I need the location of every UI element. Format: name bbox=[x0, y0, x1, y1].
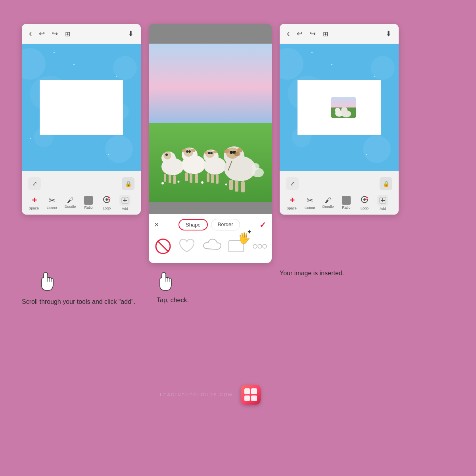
expand-button[interactable]: ⤢ bbox=[28, 177, 41, 190]
svg-rect-31 bbox=[216, 174, 219, 184]
right-logo-label: Logo bbox=[361, 206, 369, 210]
captions-row: Scroll through your tools and click "add… bbox=[16, 269, 405, 306]
svg-point-63 bbox=[366, 198, 368, 200]
app-icon bbox=[241, 385, 261, 405]
add-icon-box bbox=[119, 195, 131, 206]
tool-add[interactable]: Add bbox=[118, 195, 132, 211]
shape-close-button[interactable]: × bbox=[154, 220, 159, 229]
right-cutout-icon: ✂ bbox=[307, 196, 313, 205]
right-tool-logo[interactable]: Logo bbox=[357, 195, 372, 210]
check-button[interactable]: ✓ bbox=[259, 220, 266, 230]
thumb-grass bbox=[331, 107, 356, 118]
tool-cutout[interactable]: ✂ Cutout bbox=[45, 196, 59, 210]
shape-heart[interactable] bbox=[178, 237, 196, 256]
sheep-thumbnail bbox=[331, 97, 356, 118]
logo-icon bbox=[102, 195, 111, 205]
right-toolbar: ‹ ↩ ↪ ⊞ ⬇ bbox=[280, 24, 399, 44]
app-icon-cell-3 bbox=[244, 395, 250, 401]
right-expand-button[interactable]: ⤢ bbox=[286, 177, 299, 190]
ratio-label: Ratio bbox=[84, 205, 92, 209]
add-label: Add bbox=[122, 207, 128, 211]
svg-point-26 bbox=[208, 152, 210, 154]
svg-point-50 bbox=[225, 184, 227, 186]
svg-point-62 bbox=[363, 198, 366, 201]
svg-rect-30 bbox=[211, 174, 214, 183]
right-tool-space[interactable]: + Space bbox=[284, 195, 299, 210]
right-logo-icon bbox=[360, 195, 369, 205]
shape-options: ✦ 🖐 bbox=[154, 234, 266, 258]
right-doodle-label: Doodle bbox=[322, 205, 334, 209]
lock-icon: 🔒 bbox=[125, 180, 132, 187]
shape-cloud[interactable] bbox=[202, 237, 221, 256]
svg-rect-11 bbox=[173, 175, 176, 184]
right-canvas bbox=[280, 44, 399, 171]
right-plus-icon: + bbox=[290, 195, 295, 205]
tool-ratio[interactable]: Ratio bbox=[81, 196, 96, 209]
download-icon[interactable]: ⬇ bbox=[128, 29, 134, 38]
left-bottom-bar: ⤢ 🔒 + Space ✂ Cutout bbox=[22, 171, 141, 215]
right-tool-cutout[interactable]: ✂ Cutout bbox=[303, 196, 317, 210]
right-lock-button[interactable]: 🔒 bbox=[380, 177, 392, 190]
svg-point-17 bbox=[188, 150, 191, 153]
left-canvas bbox=[22, 44, 141, 171]
right-undo-icon[interactable]: ↩ bbox=[297, 29, 303, 38]
gray-bottom-bar bbox=[149, 202, 272, 214]
right-bottom-bar: ⤢ 🔒 + Space ✂ Cutout bbox=[280, 171, 399, 215]
tab-shape[interactable]: Shape bbox=[178, 219, 208, 230]
right-expand-lock-row: ⤢ 🔒 bbox=[283, 175, 395, 192]
svg-point-1 bbox=[106, 198, 108, 201]
right-back-icon[interactable]: ‹ bbox=[287, 29, 290, 39]
svg-rect-42 bbox=[241, 181, 245, 192]
svg-rect-43 bbox=[229, 180, 233, 190]
doodle-label: Doodle bbox=[65, 205, 76, 209]
svg-point-54 bbox=[253, 244, 257, 248]
doodle-icon: 🖌 bbox=[67, 197, 73, 204]
right-ratio-icon bbox=[342, 196, 351, 205]
tab-border[interactable]: Border bbox=[211, 219, 240, 230]
svg-line-52 bbox=[157, 241, 169, 252]
right-tool-doodle[interactable]: 🖌 Doodle bbox=[321, 197, 335, 209]
plus-icon: + bbox=[32, 195, 37, 205]
svg-point-48 bbox=[178, 181, 180, 183]
app-icon-cell-1 bbox=[244, 388, 250, 394]
svg-rect-41 bbox=[235, 180, 238, 192]
left-caption-area: Scroll through your tools and click "add… bbox=[22, 269, 141, 306]
right-download-icon[interactable]: ⬇ bbox=[386, 29, 392, 38]
canvas-white-area bbox=[40, 80, 123, 135]
right-ratio-label: Ratio bbox=[342, 205, 350, 209]
gray-top-bar bbox=[149, 24, 272, 44]
right-layers-icon[interactable]: ⊞ bbox=[323, 30, 328, 38]
back-icon[interactable]: ‹ bbox=[29, 29, 32, 39]
right-lock-icon: 🔒 bbox=[383, 180, 390, 187]
svg-rect-32 bbox=[207, 173, 209, 182]
redo-icon[interactable]: ↪ bbox=[52, 29, 58, 38]
tool-doodle[interactable]: 🖌 Doodle bbox=[63, 197, 77, 209]
left-toolbar: ‹ ↩ ↪ ⊞ ⬇ bbox=[22, 24, 141, 44]
shape-rectangle[interactable]: ✦ 🖐 bbox=[227, 237, 245, 256]
right-tool-add[interactable]: Add bbox=[376, 195, 390, 211]
sheep-image bbox=[149, 44, 272, 202]
right-redo-icon[interactable]: ↪ bbox=[310, 29, 316, 38]
right-tools-row: + Space ✂ Cutout 🖌 Doodle Ratio bbox=[283, 192, 395, 212]
tool-space[interactable]: + Space bbox=[27, 195, 41, 210]
cutout-icon: ✂ bbox=[49, 196, 56, 205]
left-caption-text: Scroll through your tools and click "add… bbox=[22, 297, 141, 306]
sheep-container bbox=[149, 115, 272, 194]
layers-icon[interactable]: ⊞ bbox=[65, 30, 70, 38]
right-add-icon-box bbox=[377, 195, 388, 206]
main-container: ‹ ↩ ↪ ⊞ ⬇ bbox=[0, 0, 420, 420]
screens-row: ‹ ↩ ↪ ⊞ ⬇ bbox=[16, 24, 405, 263]
tool-logo[interactable]: Logo bbox=[100, 195, 114, 210]
thumb-sky bbox=[331, 97, 356, 107]
shape-dots[interactable] bbox=[251, 237, 269, 256]
right-tool-ratio[interactable]: Ratio bbox=[339, 196, 353, 209]
svg-rect-21 bbox=[195, 174, 198, 183]
undo-icon[interactable]: ↩ bbox=[39, 29, 45, 38]
cutout-label: Cutout bbox=[47, 206, 58, 210]
lock-button[interactable]: 🔒 bbox=[122, 177, 134, 190]
right-cutout-label: Cutout bbox=[305, 206, 315, 210]
shape-tabs: Shape Border bbox=[178, 219, 240, 230]
app-icon-grid bbox=[244, 388, 257, 401]
shape-none[interactable] bbox=[154, 237, 172, 256]
middle-hand-cursor bbox=[156, 269, 272, 294]
